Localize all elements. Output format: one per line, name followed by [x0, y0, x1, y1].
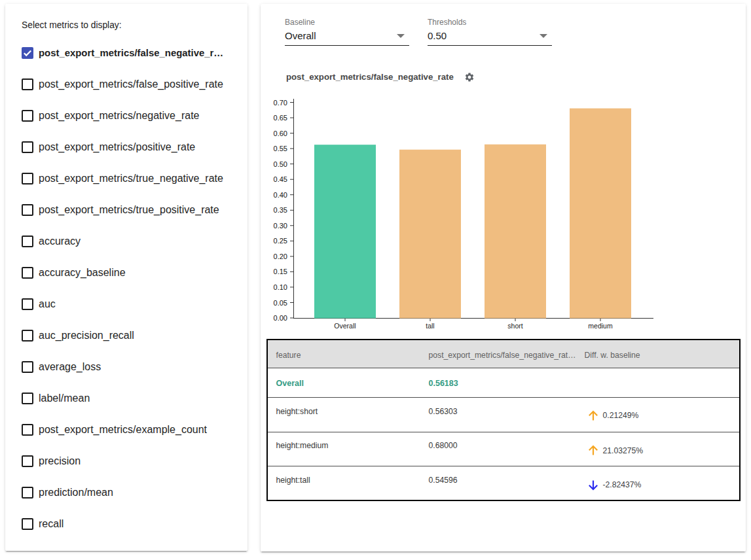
svg-text:0.45: 0.45: [274, 175, 287, 183]
svg-text:tall: tall: [426, 322, 434, 330]
svg-text:0.20: 0.20: [274, 253, 287, 260]
svg-text:0.10: 0.10: [274, 283, 287, 291]
svg-text:0.50: 0.50: [274, 160, 287, 168]
svg-text:0.00: 0.00: [274, 314, 287, 322]
svg-text:0.25: 0.25: [274, 237, 287, 245]
svg-text:0.35: 0.35: [274, 206, 287, 214]
svg-text:0.40: 0.40: [274, 191, 287, 199]
svg-text:short: short: [507, 322, 522, 330]
svg-text:0.60: 0.60: [274, 130, 287, 137]
svg-text:0.55: 0.55: [274, 145, 287, 152]
svg-text:Overall: Overall: [334, 322, 356, 330]
svg-text:medium: medium: [588, 322, 613, 330]
svg-text:0.05: 0.05: [274, 299, 287, 307]
svg-text:0.15: 0.15: [274, 268, 287, 275]
svg-text:0.70: 0.70: [274, 99, 287, 107]
svg-text:0.30: 0.30: [274, 222, 287, 230]
svg-text:0.65: 0.65: [274, 114, 287, 122]
